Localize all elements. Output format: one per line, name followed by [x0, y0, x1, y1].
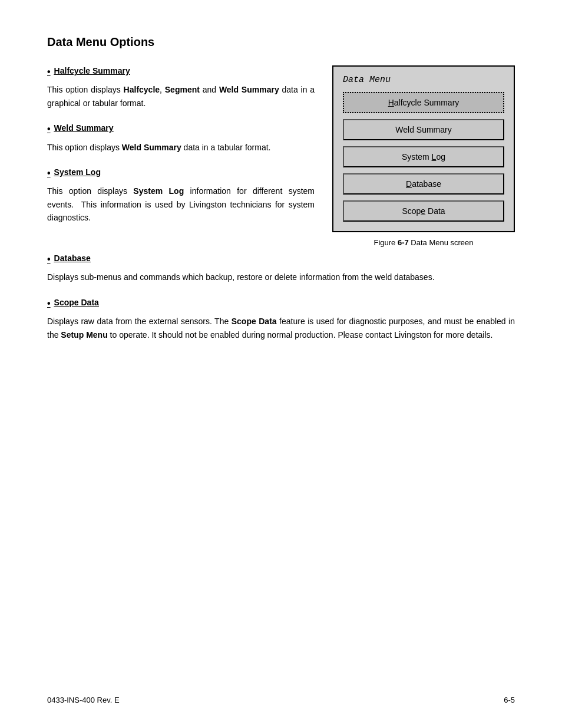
section-weld-summary: • Weld Summary This option displays Weld… [47, 123, 315, 154]
section-halfcycle-summary: • Halfcycle Summary This option displays… [47, 65, 315, 110]
menu-button-halfcycle[interactable]: Halfcycle Summary [343, 92, 504, 113]
section-system-log: • System Log This option displays System… [47, 167, 315, 225]
underline-L: L [432, 152, 437, 162]
data-menu-title: Data Menu [343, 75, 504, 85]
figure-number: 6-7 [398, 238, 409, 247]
section-scope-data: • Scope Data Displays raw data from the … [47, 297, 515, 341]
menu-button-scope-data[interactable]: Scope Data [343, 200, 504, 222]
menu-buttons-container: Halfcycle Summary Weld Summary System Lo… [343, 92, 504, 222]
menu-button-scope-label: Scope Data [402, 206, 445, 216]
section-body-halfcycle: This option displays Halfcycle, Segment … [47, 83, 315, 110]
section-database: • Database Displays sub-menus and comman… [47, 253, 515, 284]
bullet-weld: • [47, 123, 51, 136]
bullet-halfcycle: • [47, 65, 51, 78]
section-body-weld: This option displays Weld Summary data i… [47, 141, 315, 154]
section-body-database: Displays sub-menus and commands which ba… [47, 271, 515, 284]
menu-button-halfcycle-label: Halfcycle Summary [388, 98, 459, 107]
bold-scope-data: Scope Data [232, 317, 277, 326]
data-menu-panel: Data Menu Halfcycle Summary Weld Summary… [332, 65, 515, 232]
left-column: • Halfcycle Summary This option displays… [47, 65, 315, 238]
section-body-system-log: This option displays System Log informat… [47, 185, 315, 224]
page-container: Data Menu Options • Halfcycle Summary Th… [0, 0, 562, 728]
page-footer: 0433-INS-400 Rev. E 6-5 [47, 696, 515, 704]
bullet-scope-data: • [47, 297, 51, 310]
bold-weld-summary-2: Weld Summary [122, 143, 181, 152]
menu-button-weld-label: Weld Summary [395, 125, 451, 134]
menu-button-database[interactable]: Database [343, 173, 504, 195]
bullet-system-log: • [47, 167, 51, 180]
footer-left: 0433-INS-400 Rev. E [47, 696, 120, 704]
section-title-halfcycle: Halfcycle Summary [54, 65, 130, 77]
underline-e: e [421, 206, 425, 216]
page-title: Data Menu Options [47, 35, 515, 49]
menu-button-system-log[interactable]: System Log [343, 146, 504, 167]
menu-button-database-label: Database [406, 179, 441, 189]
bold-halfcycle: Halfcycle [124, 85, 160, 94]
section-header-system-log: • System Log [47, 167, 315, 180]
underline-H: H [388, 98, 394, 107]
section-title-system-log: System Log [54, 167, 101, 179]
section-header-halfcycle: • Halfcycle Summary [47, 65, 315, 78]
menu-button-weld-summary[interactable]: Weld Summary [343, 119, 504, 140]
section-header-scope-data: • Scope Data [47, 297, 515, 310]
right-column: Data Menu Halfcycle Summary Weld Summary… [332, 65, 515, 247]
underline-D: D [406, 179, 412, 189]
bold-system-log: System Log [133, 186, 184, 196]
full-width-sections: • Database Displays sub-menus and comman… [47, 253, 515, 341]
bullet-database: • [47, 253, 51, 266]
two-col-layout: • Halfcycle Summary This option displays… [47, 65, 515, 247]
bold-weld-summary-1: Weld Summary [219, 85, 279, 94]
footer-right: 6-5 [504, 696, 515, 704]
bold-setup-menu: Setup Menu [61, 330, 107, 340]
section-header-database: • Database [47, 253, 515, 266]
bold-segment: Segment [165, 85, 200, 94]
menu-button-system-log-label: System Log [402, 152, 445, 162]
figure-caption: Figure 6-7 Data Menu screen [332, 238, 515, 247]
section-title-weld: Weld Summary [54, 123, 114, 134]
section-title-database: Database [54, 253, 91, 265]
section-header-weld: • Weld Summary [47, 123, 315, 136]
section-title-scope-data: Scope Data [54, 297, 99, 309]
section-body-scope-data: Displays raw data from the external sens… [47, 315, 515, 341]
